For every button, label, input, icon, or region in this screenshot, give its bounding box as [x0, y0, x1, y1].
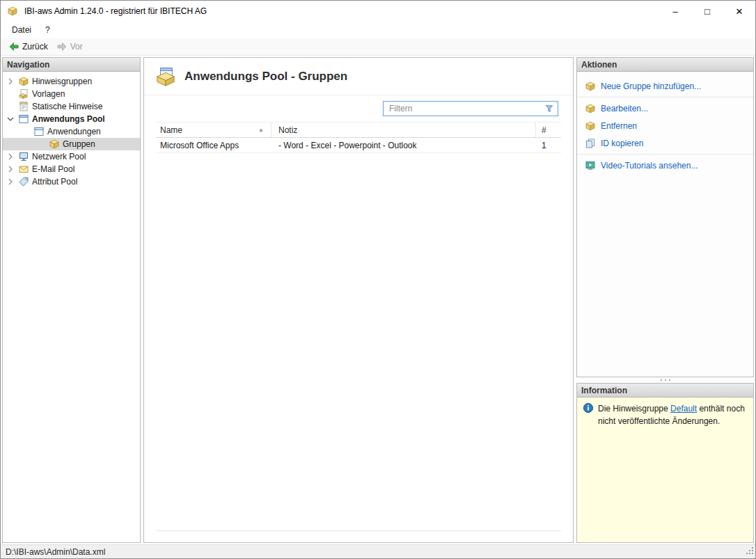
nav-item-label: Attribut Pool: [32, 177, 77, 187]
navigation-tree: Hinweisgruppen Vorlagen: [3, 72, 140, 542]
table-header-row: Name ▲ Notiz #: [156, 122, 561, 138]
table-row[interactable]: Microsoft Office Apps - Word - Excel - P…: [156, 138, 561, 153]
column-header-label: Notiz: [278, 125, 297, 135]
information-message: Die Hinweisgruppe Default enthält noch n…: [598, 402, 748, 427]
filter-input[interactable]: [384, 102, 544, 116]
info-icon: [583, 402, 594, 414]
menu-datei[interactable]: Datei: [5, 22, 38, 38]
content-area: Navigation Hinweisgruppen: [1, 56, 755, 544]
window-title: IBI-aws Admin 1.24.0 - registriert für I…: [24, 6, 207, 16]
static-notice-icon: [18, 101, 29, 112]
menubar: Datei ?: [1, 22, 755, 38]
nav-item-label: Anwendungs Pool: [32, 114, 105, 124]
separator: [577, 154, 753, 155]
email-pool-icon: [18, 164, 29, 175]
window-controls: – □ ✕: [659, 1, 755, 22]
action-label: Neue Gruppe hinzufügen...: [601, 81, 701, 91]
action-remove-group[interactable]: Entfernen: [577, 117, 753, 134]
nav-item-vorlagen[interactable]: Vorlagen: [3, 88, 140, 100]
action-copy-id[interactable]: ID kopieren: [577, 134, 753, 152]
close-button[interactable]: ✕: [723, 1, 755, 22]
statusbar-path: D:\IBI-aws\Admin\Data.xml: [6, 547, 105, 557]
column-header-count[interactable]: #: [536, 123, 561, 137]
nav-item-netzwerk-pool[interactable]: Netzwerk Pool: [3, 150, 140, 163]
forward-button-label: Vor: [70, 42, 83, 52]
action-edit-group[interactable]: Bearbeiten...: [577, 100, 753, 117]
nav-item-label: Vorlagen: [32, 89, 65, 99]
information-body: Die Hinweisgruppe Default enthält noch n…: [577, 397, 753, 542]
navigation-header: Navigation: [3, 58, 140, 72]
filter-funnel-icon[interactable]: [544, 104, 554, 113]
minimize-button[interactable]: –: [659, 1, 691, 22]
back-button[interactable]: Zurück: [4, 40, 52, 54]
filter-row: [144, 95, 573, 120]
nav-item-label: Gruppen: [63, 139, 95, 149]
app-logo-icon: [7, 6, 18, 17]
column-header-label: #: [542, 125, 546, 135]
main-panel: Anwendungs Pool - Gruppen Name ▲: [143, 57, 574, 543]
sort-ascending-icon: ▲: [258, 127, 264, 133]
nav-item-label: Statische Hinweise: [32, 102, 102, 111]
nav-item-label: Anwendungen: [47, 127, 101, 136]
application-pool-icon: [18, 113, 29, 125]
information-panel: Information Die Hinweisgruppe Default en…: [576, 383, 754, 543]
nav-item-anwendungs-pool[interactable]: Anwendungs Pool: [3, 113, 140, 125]
notice-group-icon: [18, 76, 29, 87]
information-text-before: Die Hinweisgruppe: [598, 404, 670, 414]
cell-notiz: - Word - Excel - Powerpoint - Outlook: [271, 138, 536, 152]
app-window: IBI-aws Admin 1.24.0 - registriert für I…: [0, 0, 756, 559]
nav-item-label: Hinweisgruppen: [32, 77, 92, 86]
forward-button[interactable]: Vor: [52, 40, 87, 54]
nav-item-anwendungen[interactable]: Anwendungen: [3, 125, 140, 138]
chevron-down-icon[interactable]: [6, 114, 15, 124]
table-empty-area: [156, 153, 561, 530]
titlebar: IBI-aws Admin 1.24.0 - registriert für I…: [1, 1, 755, 22]
navigation-panel: Navigation Hinweisgruppen: [2, 57, 141, 543]
chevron-right-icon[interactable]: [6, 164, 15, 174]
filter-box: [383, 101, 558, 116]
group-edit-icon: [585, 103, 596, 114]
group-remove-icon: [585, 120, 596, 132]
right-column: Aktionen Neue Gruppe hinzufügen...: [576, 57, 754, 543]
actions-header: Aktionen: [577, 58, 753, 72]
resize-grip[interactable]: [746, 546, 755, 558]
video-icon: [585, 160, 596, 171]
group-page-icon: [155, 66, 176, 87]
nav-item-label: E-Mail Pool: [32, 164, 74, 174]
nav-item-attribut-pool[interactable]: Attribut Pool: [3, 175, 140, 188]
default-group-link[interactable]: Default: [670, 404, 697, 414]
action-add-group[interactable]: Neue Gruppe hinzufügen...: [577, 77, 753, 95]
menu-help[interactable]: ?: [38, 22, 57, 38]
action-label: Video-Tutorials ansehen...: [601, 161, 698, 171]
back-button-label: Zurück: [22, 42, 48, 52]
cell-name: Microsoft Office Apps: [156, 138, 271, 152]
chevron-right-icon[interactable]: [6, 152, 15, 162]
forward-arrow-icon: [56, 41, 68, 52]
main-header: Anwendungs Pool - Gruppen: [144, 58, 573, 95]
page-title: Anwendungs Pool - Gruppen: [184, 70, 347, 84]
chevron-right-icon[interactable]: [6, 177, 15, 187]
nav-item-hinweisgruppen[interactable]: Hinweisgruppen: [3, 75, 140, 88]
statusbar: D:\IBI-aws\Admin\Data.xml: [1, 544, 755, 558]
column-header-name[interactable]: Name ▲: [156, 123, 271, 137]
separator: [577, 97, 753, 97]
action-video-tutorials[interactable]: Video-Tutorials ansehen...: [577, 157, 753, 174]
copy-icon: [585, 138, 596, 149]
chevron-right-icon[interactable]: [6, 77, 15, 86]
nav-item-gruppen[interactable]: Gruppen: [3, 138, 140, 150]
group-icon: [49, 139, 60, 150]
action-label: Bearbeiten...: [601, 104, 648, 113]
maximize-button[interactable]: □: [691, 1, 723, 22]
template-icon: [18, 88, 29, 100]
panel-splitter[interactable]: [576, 377, 754, 383]
attribute-pool-icon: [18, 176, 29, 187]
cell-count: 1: [536, 138, 561, 152]
nav-item-label: Netzwerk Pool: [32, 152, 86, 162]
action-label: Entfernen: [601, 121, 637, 131]
nav-item-statische-hinweise[interactable]: Statische Hinweise: [3, 100, 140, 113]
column-header-notiz[interactable]: Notiz: [271, 123, 536, 137]
back-arrow-icon: [8, 41, 19, 52]
action-label: ID kopieren: [601, 139, 643, 148]
nav-item-email-pool[interactable]: E-Mail Pool: [3, 163, 140, 175]
group-add-icon: [585, 81, 596, 92]
